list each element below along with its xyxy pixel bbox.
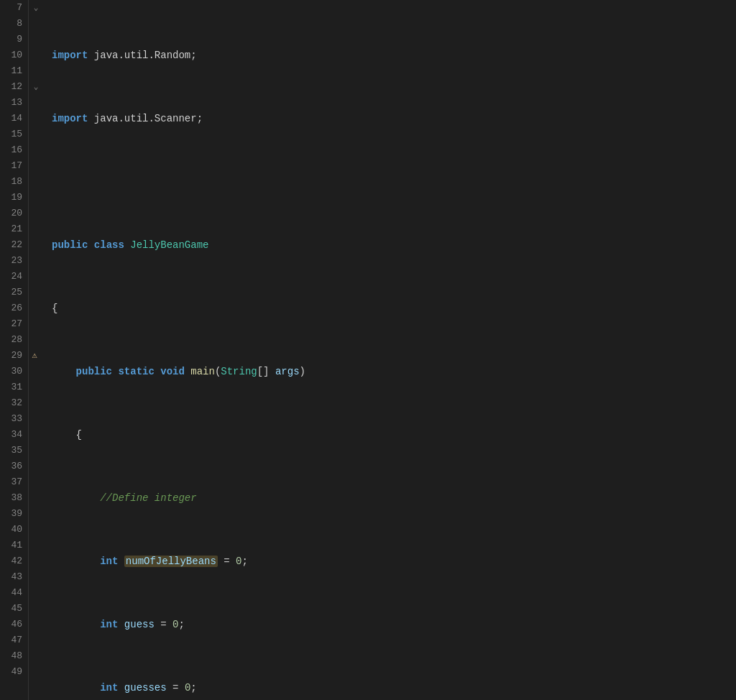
ln-21: 21 [6, 221, 22, 237]
fold-49 [29, 664, 43, 680]
fold-12[interactable]: ⌄ [29, 79, 43, 95]
line-number-gutter: 7 8 9 10 11 12 13 14 15 16 17 18 19 20 2… [0, 0, 29, 700]
code-line-7: import java.util.Random; [52, 47, 736, 63]
fold-24 [29, 269, 43, 285]
ln-17: 17 [6, 158, 22, 174]
ln-22: 22 [6, 237, 22, 253]
ln-44: 44 [6, 585, 22, 601]
fold-23 [29, 253, 43, 269]
code-line-8: import java.util.Scanner; [52, 111, 736, 126]
code-line-16: int guess = 0; [52, 617, 736, 632]
fold-18 [29, 174, 43, 190]
fold-33 [29, 411, 43, 427]
code-line-17: int guesses = 0; [52, 680, 736, 696]
ln-42: 42 [6, 553, 22, 569]
ln-31: 31 [6, 379, 22, 395]
ln-45: 45 [6, 601, 22, 617]
ln-36: 36 [6, 459, 22, 474]
fold-25 [29, 285, 43, 300]
fold-11 [29, 63, 43, 79]
ln-35: 35 [6, 443, 22, 459]
ln-40: 40 [6, 522, 22, 538]
ln-28: 28 [6, 332, 22, 348]
code-line-12: public static void main(String[] args) [52, 364, 736, 379]
fold-46 [29, 617, 43, 632]
ln-10: 10 [6, 47, 22, 63]
ln-32: 32 [6, 395, 22, 411]
ln-24: 24 [6, 269, 22, 285]
code-text-area[interactable]: import java.util.Random; import java.uti… [43, 0, 736, 700]
fold-27 [29, 316, 43, 332]
ln-48: 48 [6, 648, 22, 664]
fold-32 [29, 395, 43, 411]
fold-15 [29, 126, 43, 142]
ln-49: 49 [6, 664, 22, 680]
fold-48 [29, 648, 43, 664]
ln-8: 8 [6, 16, 22, 32]
fold-37 [29, 474, 43, 490]
code-line-14: //Define integer [52, 490, 736, 506]
fold-7[interactable]: ⌄ [29, 0, 43, 16]
fold-16 [29, 142, 43, 158]
code-line-9 [52, 174, 736, 190]
fold-21 [29, 221, 43, 237]
ln-41: 41 [6, 538, 22, 553]
ln-20: 20 [6, 206, 22, 221]
fold-26 [29, 300, 43, 316]
code-line-11: { [52, 300, 736, 316]
ln-19: 19 [6, 190, 22, 206]
ln-34: 34 [6, 427, 22, 443]
code-line-10: public class JellyBeanGame [52, 237, 736, 253]
fold-41 [29, 538, 43, 553]
ln-46: 46 [6, 617, 22, 632]
fold-17 [29, 158, 43, 174]
fold-45 [29, 601, 43, 617]
ln-30: 30 [6, 364, 22, 379]
ln-43: 43 [6, 569, 22, 585]
fold-8 [29, 16, 43, 32]
fold-43 [29, 569, 43, 585]
ln-16: 16 [6, 142, 22, 158]
fold-31 [29, 379, 43, 395]
ln-7: 7 [6, 0, 22, 16]
fold-39 [29, 506, 43, 522]
fold-30 [29, 364, 43, 379]
fold-19 [29, 190, 43, 206]
ln-27: 27 [6, 316, 22, 332]
fold-29: ⚠ [29, 348, 43, 364]
fold-28 [29, 332, 43, 348]
ln-11: 11 [6, 63, 22, 79]
fold-38 [29, 490, 43, 506]
ln-47: 47 [6, 632, 22, 648]
code-editor: 7 8 9 10 11 12 13 14 15 16 17 18 19 20 2… [0, 0, 736, 700]
ln-38: 38 [6, 490, 22, 506]
fold-20 [29, 206, 43, 221]
ln-18: 18 [6, 174, 22, 190]
fold-gutter: ⌄ ⌄ ⚠ [29, 0, 43, 700]
fold-9 [29, 32, 43, 47]
code-line-13: { [52, 427, 736, 443]
ln-26: 26 [6, 300, 22, 316]
ln-13: 13 [6, 95, 22, 111]
ln-9: 9 [6, 32, 22, 47]
fold-36 [29, 459, 43, 474]
fold-34 [29, 427, 43, 443]
ln-23: 23 [6, 253, 22, 269]
ln-15: 15 [6, 126, 22, 142]
fold-14 [29, 111, 43, 126]
ln-14: 14 [6, 111, 22, 126]
fold-47 [29, 632, 43, 648]
fold-22 [29, 237, 43, 253]
warning-icon-29: ⚠ [29, 348, 40, 364]
fold-10 [29, 47, 43, 63]
fold-40 [29, 522, 43, 538]
ln-33: 33 [6, 411, 22, 427]
ln-37: 37 [6, 474, 22, 490]
fold-35 [29, 443, 43, 459]
code-line-15: int numOfJellyBeans = 0; [52, 553, 736, 569]
ln-39: 39 [6, 506, 22, 522]
fold-44 [29, 585, 43, 601]
ln-29: 29 [6, 348, 22, 364]
ln-12: 12 [6, 79, 22, 95]
fold-13 [29, 95, 43, 111]
